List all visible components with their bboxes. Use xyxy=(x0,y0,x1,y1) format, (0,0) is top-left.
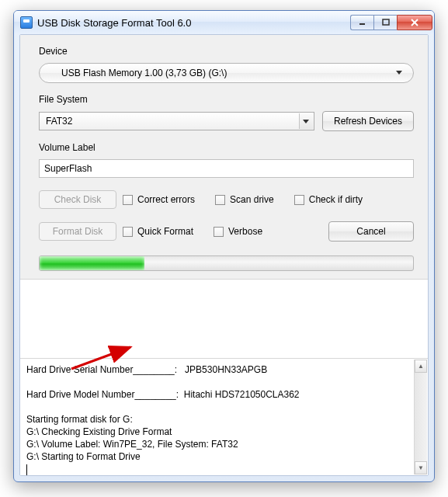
minimize-button[interactable] xyxy=(350,15,373,30)
device-selected: USB Flash Memory 1.00 (3,73 GB) (G:\) xyxy=(61,68,227,78)
checkbox-icon xyxy=(215,195,225,205)
checkbox-icon xyxy=(123,227,133,237)
svg-rect-1 xyxy=(383,19,389,25)
scroll-up-button[interactable]: ▲ xyxy=(415,360,427,373)
chevron-down-icon xyxy=(396,71,402,75)
text-cursor xyxy=(26,464,27,475)
verbose-checkbox[interactable]: Verbose xyxy=(214,226,262,237)
close-button[interactable] xyxy=(397,15,432,30)
client-area: Device USB Flash Memory 1.00 (3,73 GB) (… xyxy=(19,34,429,476)
progress-fill xyxy=(40,256,144,270)
device-dropdown[interactable]: USB Flash Memory 1.00 (3,73 GB) (G:\) xyxy=(39,63,414,83)
titlebar[interactable]: USB Disk Storage Format Tool 6.0 xyxy=(14,11,434,34)
chevron-down-icon[interactable] xyxy=(299,113,313,129)
filesystem-selected: FAT32 xyxy=(46,116,72,127)
check-if-dirty-checkbox[interactable]: Check if dirty xyxy=(294,194,363,205)
quick-format-checkbox[interactable]: Quick Format xyxy=(123,226,193,237)
filesystem-dropdown[interactable]: FAT32 xyxy=(39,112,314,130)
volume-label-input[interactable]: SuperFlash xyxy=(39,159,414,178)
correct-errors-checkbox[interactable]: Correct errors xyxy=(123,194,195,205)
format-disk-button: Format Disk xyxy=(39,222,116,241)
log-text: Hard Drive Serial Number________: JPB530… xyxy=(26,364,300,462)
options-panel: Device USB Flash Memory 1.00 (3,73 GB) (… xyxy=(20,35,428,280)
checkbox-icon xyxy=(123,195,133,205)
progress-bar xyxy=(39,255,414,271)
log-output[interactable]: Hard Drive Serial Number________: JPB530… xyxy=(20,358,428,475)
refresh-devices-button[interactable]: Refresh Devices xyxy=(322,111,414,131)
maximize-button[interactable] xyxy=(373,15,397,30)
filesystem-label: File System xyxy=(39,94,414,105)
cancel-button[interactable]: Cancel xyxy=(328,221,414,242)
volume-label-label: Volume Label xyxy=(39,142,414,153)
app-icon xyxy=(20,16,33,29)
scroll-down-button[interactable]: ▼ xyxy=(415,461,427,474)
window-title: USB Disk Storage Format Tool 6.0 xyxy=(37,17,350,29)
checkbox-icon xyxy=(294,195,304,205)
device-label: Device xyxy=(39,46,414,57)
check-disk-button: Check Disk xyxy=(39,190,116,209)
checkbox-icon xyxy=(214,227,224,237)
scan-drive-checkbox[interactable]: Scan drive xyxy=(215,194,274,205)
scrollbar[interactable]: ▲ ▼ xyxy=(414,360,427,474)
app-window: USB Disk Storage Format Tool 6.0 Device … xyxy=(13,10,435,482)
